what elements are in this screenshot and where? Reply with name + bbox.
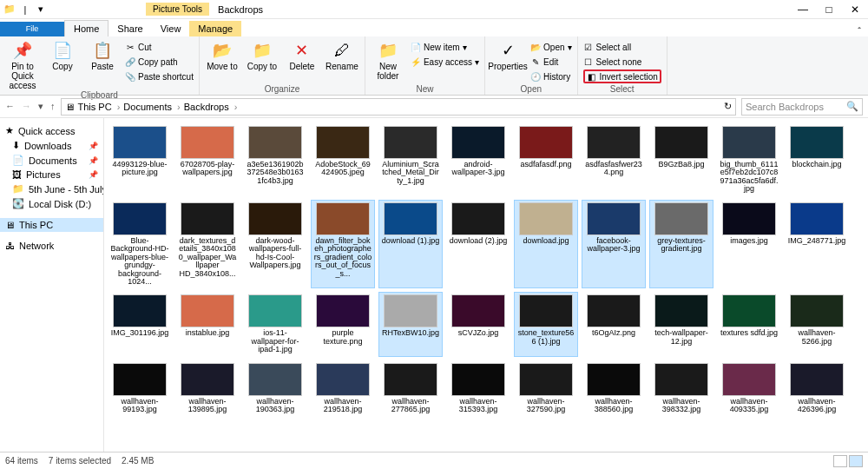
recent-dropdown[interactable]: ▾ — [38, 101, 43, 112]
file-item[interactable]: wallhaven-426396.jpg — [785, 360, 849, 417]
file-item[interactable]: AdobeStock_69424905.jpeg — [311, 123, 375, 196]
back-button[interactable]: ← — [5, 101, 15, 112]
file-item[interactable]: wallhaven-139895.jpg — [175, 360, 240, 417]
invert-selection-button[interactable]: ◧Invert selection — [583, 69, 661, 83]
file-item[interactable]: instablue.jpg — [175, 292, 240, 356]
file-item[interactable]: wallhaven-409335.jpg — [717, 360, 781, 417]
edit-button[interactable]: ✎Edit — [530, 55, 571, 69]
file-item[interactable]: wallhaven-327590.jpg — [514, 360, 578, 417]
file-item[interactable]: 67028705-play-wallpapers.jpg — [175, 123, 240, 196]
copy-to-button[interactable]: 📁Copy to — [245, 38, 279, 71]
file-item[interactable]: Blue-Background-HD-wallpapers-blue-grund… — [108, 200, 172, 289]
file-item[interactable]: Aluminium_Scratched_Metal_Dirty_1.jpg — [378, 123, 443, 196]
tab-view[interactable]: View — [152, 21, 190, 36]
sidebar-quick-access[interactable]: ★Quick access — [0, 123, 103, 138]
copy-button[interactable]: 📄Copy — [45, 38, 80, 71]
file-item[interactable]: stone_texture566 (1).jpg — [514, 292, 578, 356]
file-item[interactable]: IMG_248771.jpg — [785, 200, 849, 289]
select-all-button[interactable]: ☑Select all — [583, 40, 661, 54]
cut-button[interactable]: ✂Cut — [125, 40, 194, 54]
file-item[interactable]: wallhaven-219518.jpg — [311, 360, 375, 417]
select-none-button[interactable]: ☐Select none — [583, 55, 661, 69]
paste-shortcut-button[interactable]: 📎Paste shortcut — [125, 69, 194, 83]
select-all-icon: ☑ — [583, 42, 594, 52]
file-item[interactable]: textures sdfd.jpg — [717, 292, 781, 356]
file-item[interactable]: facebook-wallpaper-3.jpg — [582, 200, 646, 289]
file-item[interactable]: wallhaven-398332.jpg — [649, 360, 713, 417]
file-item[interactable]: download (1).jpg — [378, 200, 443, 289]
file-thumbnail — [587, 294, 641, 327]
view-details-button[interactable] — [833, 455, 847, 467]
view-thumbnails-button[interactable] — [849, 455, 863, 467]
qat-dropdown-icon[interactable]: ▾ — [35, 3, 47, 16]
new-folder-button[interactable]: 📁New folder — [371, 38, 405, 81]
sidebar-network[interactable]: 🖧Network — [0, 239, 103, 253]
file-item[interactable]: big_thumb_6111e5f7eb2dc107c8971a36ac5fa6… — [717, 123, 781, 196]
file-item[interactable]: sCVJZo.jpg — [446, 292, 510, 356]
file-item[interactable]: RHTexBW10.jpg — [378, 292, 443, 356]
sidebar-item-downloads[interactable]: ⬇Downloads📌 — [0, 138, 103, 153]
file-item[interactable]: blockchain.jpg — [785, 123, 849, 196]
file-item[interactable]: dark_textures_details_3840x1080_wallpape… — [175, 200, 240, 289]
minimize-button[interactable]: — — [790, 0, 816, 19]
open-button[interactable]: 📂Open ▾ — [530, 40, 571, 54]
sidebar-item-disk[interactable]: 💽Local Disk (D:) — [0, 196, 103, 211]
up-button[interactable]: ↑ — [50, 101, 56, 112]
properties-button[interactable]: ✓Properties — [490, 38, 525, 71]
tab-home[interactable]: Home — [64, 20, 108, 36]
file-item[interactable]: download (2).jpg — [446, 200, 510, 289]
file-item[interactable]: asdfasfasfwer234.png — [582, 123, 646, 196]
file-item[interactable]: android-wallpaper-3.jpg — [446, 123, 510, 196]
file-item[interactable]: wallhaven-277865.jpg — [378, 360, 443, 417]
file-item[interactable]: dawn_filter_bokeh_photographers_gradient… — [311, 200, 375, 289]
forward-button[interactable]: → — [22, 101, 31, 112]
maximize-button[interactable]: □ — [816, 0, 842, 19]
sidebar-item-folder[interactable]: 📁5th June - 5th July — [0, 182, 103, 196]
file-item[interactable]: asdfafasdf.png — [514, 123, 578, 196]
easy-access-icon: ⚡ — [411, 56, 421, 67]
file-item[interactable]: B9GzBa8.jpg — [649, 123, 713, 196]
file-item[interactable]: 44993129-blue-picture.jpg — [108, 123, 172, 196]
refresh-button[interactable]: ↻ — [724, 101, 732, 112]
copy-path-button[interactable]: 🔗Copy path — [125, 55, 194, 69]
sidebar-this-pc[interactable]: 🖥This PC — [0, 218, 103, 232]
file-item[interactable]: wallhaven-388560.jpg — [582, 360, 646, 417]
pin-icon: 📌 — [89, 170, 98, 179]
file-item[interactable]: dark-wood-wallpapers-full-hd-Is-Cool-Wal… — [243, 200, 307, 289]
file-thumbnail — [451, 363, 505, 396]
file-item[interactable]: tech-wallpaper-12.jpg — [649, 292, 713, 356]
pin-to-quick-access-button[interactable]: 📌Pin to Quick access — [5, 38, 40, 90]
file-item[interactable]: purple texture.png — [311, 292, 375, 356]
tab-file[interactable]: File — [0, 22, 64, 36]
file-name: asdfasfasfwer234.png — [584, 161, 643, 177]
new-item-button[interactable]: 📄New item ▾ — [411, 40, 479, 54]
file-item[interactable]: ios-11-wallpaper-for-ipad-1.jpg — [243, 292, 307, 356]
crumb-1[interactable]: Documents — [123, 102, 180, 112]
crumb-0[interactable]: This PC — [78, 102, 121, 112]
close-button[interactable]: ✕ — [842, 0, 868, 19]
rename-button[interactable]: 🖊Rename — [325, 38, 359, 71]
easy-access-button[interactable]: ⚡Easy access ▾ — [411, 55, 479, 69]
file-item[interactable]: wallhaven-315393.jpg — [446, 360, 510, 417]
search-input[interactable]: Search Backdrops 🔍 — [741, 98, 863, 116]
file-item[interactable]: t6OgAIz.png — [582, 292, 646, 356]
file-item[interactable]: wallhaven-5266.jpg — [785, 292, 849, 356]
breadcrumb[interactable]: 🖥 This PC Documents Backdrops ↻ — [61, 98, 737, 116]
tab-share[interactable]: Share — [108, 21, 151, 36]
delete-button[interactable]: ✕Delete — [285, 38, 319, 71]
tab-manage[interactable]: Manage — [189, 21, 241, 36]
file-item[interactable]: download.jpg — [514, 200, 578, 289]
crumb-2[interactable]: Backdrops — [184, 102, 238, 112]
file-item[interactable]: grey-textures-gradient.jpg — [649, 200, 713, 289]
file-item[interactable]: a3e5e1361902b372548e3b01631fc4b3.jpg — [243, 123, 307, 196]
file-item[interactable]: wallhaven-99193.jpg — [108, 360, 172, 417]
file-item[interactable]: IMG_301196.jpg — [108, 292, 172, 356]
move-to-button[interactable]: 📂Move to — [205, 38, 240, 71]
sidebar-item-documents[interactable]: 📄Documents📌 — [0, 153, 103, 168]
paste-button[interactable]: 📋Paste — [85, 38, 120, 71]
file-item[interactable]: wallhaven-190363.jpg — [243, 360, 307, 417]
ribbon-collapse-icon[interactable]: ˆ — [851, 26, 868, 36]
history-button[interactable]: 🕘History — [530, 69, 571, 83]
file-item[interactable]: images.jpg — [717, 200, 781, 289]
sidebar-item-pictures[interactable]: 🖼Pictures📌 — [0, 168, 103, 182]
